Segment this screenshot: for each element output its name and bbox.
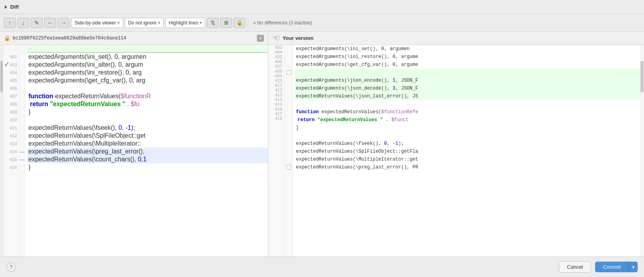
title-bar: Diff xyxy=(0,0,644,14)
lock-button[interactable]: 🔒 xyxy=(234,18,245,28)
code-line: function expectedReturnValues($functionR xyxy=(27,92,268,100)
left-panel: ✓ ··· 402 403 404 405 406 407 408 409 41… xyxy=(0,45,268,256)
left-code-container: ✓ ··· 402 403 404 405 406 407 408 409 41… xyxy=(0,45,268,256)
left-scrollbar-thumb[interactable] xyxy=(0,61,3,92)
no-diff-label: » No differences (3 inactive) xyxy=(253,20,312,26)
up-arrow-icon: ↑ xyxy=(9,20,11,26)
forward-button[interactable]: → xyxy=(58,18,69,28)
commit-dropdown-arrow: ▾ xyxy=(632,264,635,270)
code-line: expectedReturnValues(\preg_last_error(), xyxy=(27,148,268,155)
side-by-side-button[interactable]: ⊞ xyxy=(220,18,232,28)
file-path-label: bc1606f6225fea1eea0629a89be5e704c6aea114 xyxy=(13,36,126,41)
right-scrollbar[interactable] xyxy=(640,45,644,256)
code-line: } xyxy=(294,124,640,132)
code-line: expectedReturnValues(\preg_last_error(),… xyxy=(294,163,640,171)
code-line: expectedReturnValues(\fseek(), 0, -1); xyxy=(294,140,640,148)
ignore-dropdown-arrow: ▾ xyxy=(158,21,160,25)
highlight-dropdown-label: Highlight lines xyxy=(169,20,198,26)
right-code-lines: expectedArguments(\ini_set(), 0, argumen… xyxy=(293,45,640,256)
code-line xyxy=(294,132,640,140)
code-line: expectedArguments(\ini_set(), 0, argumen xyxy=(294,45,640,53)
code-line xyxy=(294,100,640,108)
left-file-header: 🔒 bc1606f6225fea1eea0629a89be5e704c6aea1… xyxy=(0,32,268,45)
code-line: expectedArguments(\json_decode(), 3, JSO… xyxy=(294,84,640,92)
ignore-dropdown-label: Do not ignore xyxy=(128,20,157,26)
cancel-button[interactable]: Cancel xyxy=(559,261,591,273)
code-line: expectedArguments(\json_encode(), 1, JSO… xyxy=(294,77,640,84)
your-version-label: Your version xyxy=(283,35,314,41)
commit-dropdown-button[interactable]: ▾ xyxy=(629,262,638,272)
add-file-button[interactable]: + xyxy=(257,35,264,42)
back-arrow-icon: ← xyxy=(47,20,53,26)
code-line: expectedReturnValues(\SplFileObject::get… xyxy=(294,148,640,155)
ignore-dropdown[interactable]: Do not ignore ▾ xyxy=(125,18,164,28)
code-line xyxy=(27,116,268,124)
right-file-header: ☜ Your version xyxy=(268,32,644,45)
green-check-icon: ✓ xyxy=(4,60,10,69)
left-line-numbers: ··· 402 403 404 405 406 407 408 409 410 … xyxy=(3,45,20,256)
left-inner: ✓ ··· 402 403 404 405 406 407 408 409 41… xyxy=(3,45,268,256)
code-line: expectedReturnValues(\MultipleIterator::… xyxy=(294,155,640,163)
right-line-numbers: 403 404 405 406 407 408 409 410 411 412 … xyxy=(268,45,285,256)
main-container: Diff ↑ ↓ ✎ ← → Side-by-side viewer ▾ Do … xyxy=(0,0,644,277)
down-arrow-icon: ↓ xyxy=(22,20,25,26)
code-line: } xyxy=(27,108,268,116)
file-lock-icon: 🔒 xyxy=(4,35,10,41)
cursor-hover-icon: ☜ xyxy=(272,33,280,43)
commit-button[interactable]: Commit xyxy=(595,262,629,272)
code-line xyxy=(27,84,268,92)
title-bar-label: Diff xyxy=(10,4,19,10)
right-panel: 403 404 405 406 407 408 409 410 411 412 … xyxy=(268,45,644,256)
code-line: expectedReturnValues(\MultipleIterator:: xyxy=(27,140,268,148)
back-button[interactable]: ← xyxy=(44,18,56,28)
code-line: expectedArguments(\ini_alter(), 0, argum xyxy=(27,61,268,69)
sync-scroll-button[interactable]: ⇅ xyxy=(207,18,219,28)
viewer-dropdown-label: Side-by-side viewer xyxy=(75,20,116,26)
diff-area: ✓ ··· 402 403 404 405 406 407 408 409 41… xyxy=(0,45,644,256)
left-scrollbar[interactable] xyxy=(0,45,3,256)
code-line: expectedArguments(\get_cfg_var(), 0, arg… xyxy=(294,61,640,69)
highlight-dropdown-arrow: ▾ xyxy=(200,21,202,25)
right-code-container: 403 404 405 406 407 408 409 410 411 412 … xyxy=(268,45,644,256)
code-line: } xyxy=(27,163,268,171)
prev-diff-button[interactable]: ↑ xyxy=(4,18,16,28)
code-line: return "expectedReturnValues " . $fu xyxy=(27,100,268,108)
checkbox-418[interactable] xyxy=(285,163,292,171)
toolbar: ↑ ↓ ✎ ← → Side-by-side viewer ▾ Do not i… xyxy=(0,14,644,32)
code-line: ··· xyxy=(27,45,268,53)
checkbox-406[interactable] xyxy=(285,69,292,77)
right-scrollbar-thumb[interactable] xyxy=(640,61,644,92)
diff-triangle-icon[interactable] xyxy=(5,5,7,9)
code-line: expectedReturnValues(\json_last_error(),… xyxy=(294,92,640,100)
viewer-dropdown-arrow: ▾ xyxy=(118,21,120,25)
code-line: return "expectedReturnValues " . $funct xyxy=(294,116,640,124)
code-line: expectedArguments(\ini_restore(), 0, arg xyxy=(27,69,268,77)
viewer-dropdown[interactable]: Side-by-side viewer ▾ xyxy=(71,18,123,28)
next-diff-button[interactable]: ↓ xyxy=(17,18,29,28)
code-line: expectedArguments(\ini_restore(), 0, arg… xyxy=(294,53,640,61)
left-diff-indicator: — — xyxy=(20,45,25,256)
highlight-dropdown[interactable]: Highlight lines ▾ xyxy=(165,18,206,28)
toolbar-separator xyxy=(248,19,248,27)
forward-arrow-icon: → xyxy=(61,20,66,26)
help-button[interactable]: ? xyxy=(6,262,16,272)
bottom-bar: ? Cancel Commit ▾ xyxy=(0,256,644,277)
commit-button-container: Commit ▾ xyxy=(595,262,638,272)
code-line: function expectedReturnValues($functionR… xyxy=(294,108,640,116)
edit-button[interactable]: ✎ xyxy=(31,18,43,28)
file-headers-row: 🔒 bc1606f6225fea1eea0629a89be5e704c6aea1… xyxy=(0,32,644,45)
left-code-lines: ··· expectedArguments(\ini_set(), 0, arg… xyxy=(25,45,268,256)
right-checkbox-col xyxy=(285,45,293,256)
code-line: expectedReturnValues(\count_chars(), 0,1 xyxy=(27,155,268,163)
code-line: expectedReturnValues(\fseek(), 0, -1); xyxy=(27,124,268,132)
code-line: expectedArguments(\ini_set(), 0, argumen xyxy=(27,53,268,61)
code-line: expectedArguments(\get_cfg_var(), 0, arg xyxy=(27,77,268,84)
code-line xyxy=(294,69,640,77)
edit-icon: ✎ xyxy=(34,20,39,26)
help-icon: ? xyxy=(9,264,12,270)
code-line: expectedReturnValues(\SplFileObject::get xyxy=(27,132,268,140)
